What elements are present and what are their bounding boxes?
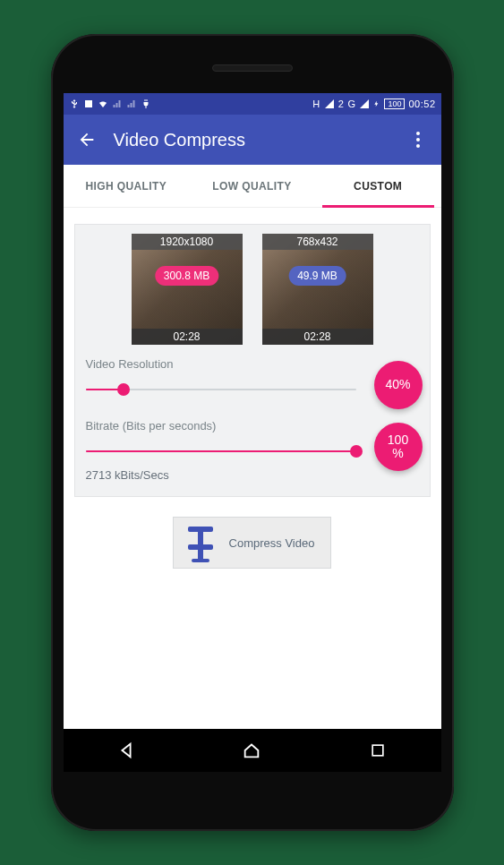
thumb-output: 768x432 49.9 MB 02:28 — [262, 234, 373, 345]
signal-2-icon — [126, 98, 137, 109]
resolution-label: Video Resolution — [86, 357, 356, 371]
svg-rect-5 — [372, 745, 383, 756]
usb-icon — [69, 98, 80, 109]
thumb-output-duration: 02:28 — [262, 329, 373, 345]
wifi-icon — [98, 98, 108, 109]
phone-frame: H 2 G 100 00:52 Video Compress HIGH QUAL… — [51, 34, 454, 831]
triangle-back-icon — [116, 741, 136, 760]
compress-video-button[interactable]: Compress Video — [173, 517, 332, 569]
tab-high-quality[interactable]: HIGH QUALITY — [64, 165, 190, 207]
svg-rect-1 — [188, 544, 213, 550]
settings-card: 1920x1080 300.8 MB 02:28 768x432 49.9 MB… — [74, 224, 431, 497]
screen: H 2 G 100 00:52 Video Compress HIGH QUAL… — [64, 93, 441, 772]
nav-recent-button[interactable] — [365, 738, 390, 763]
page-title: Video Compress — [114, 130, 391, 150]
nav-home-button[interactable] — [239, 738, 264, 763]
bitrate-percent-badge: 100 % — [374, 423, 423, 471]
sim-2-label: 2 — [338, 98, 345, 109]
content-area: 1920x1080 300.8 MB 02:28 768x432 49.9 MB… — [64, 208, 441, 585]
home-icon — [242, 741, 261, 760]
status-bar: H 2 G 100 00:52 — [64, 93, 441, 115]
clock: 00:52 — [408, 98, 435, 109]
svg-rect-2 — [198, 532, 203, 544]
bitrate-slider[interactable] — [86, 443, 356, 459]
signal-a-icon — [324, 98, 335, 109]
bitrate-label: Bitrate (Bits per seconds) — [86, 419, 356, 432]
compress-video-label: Compress Video — [229, 536, 315, 550]
bitrate-row: Bitrate (Bits per seconds) 2713 kBits/Se… — [86, 419, 419, 482]
resolution-row: Video Resolution 40% — [86, 357, 419, 398]
resolution-percent-badge: 40% — [374, 361, 423, 409]
navigation-bar — [64, 729, 441, 772]
thumb-output-resolution: 768x432 — [262, 234, 373, 250]
plug-icon — [141, 98, 151, 109]
slider-knob[interactable] — [117, 383, 130, 396]
app-bar: Video Compress — [64, 115, 441, 165]
sim-g-label: G — [347, 98, 355, 109]
thumb-output-size: 49.9 MB — [288, 266, 346, 286]
more-vert-icon — [416, 132, 420, 148]
thumb-original: 1920x1080 300.8 MB 02:28 — [132, 234, 243, 345]
overflow-menu-button[interactable] — [407, 129, 429, 150]
signal-1-icon — [112, 98, 123, 109]
slider-knob[interactable] — [350, 445, 363, 458]
nav-back-button[interactable] — [114, 738, 139, 763]
slider-fill — [86, 450, 356, 452]
svg-rect-4 — [192, 559, 209, 562]
thumb-original-resolution: 1920x1080 — [132, 234, 243, 250]
back-button[interactable] — [76, 129, 98, 150]
signal-b-icon — [359, 98, 370, 109]
thumbnail-row: 1920x1080 300.8 MB 02:28 768x432 49.9 MB… — [86, 234, 419, 345]
phone-speaker — [212, 64, 293, 72]
tabs: HIGH QUALITY LOW QUALITY CUSTOM — [64, 165, 441, 208]
bitrate-value: 2713 kBits/Secs — [86, 468, 356, 482]
arrow-back-icon — [77, 130, 97, 150]
resolution-slider[interactable] — [86, 381, 356, 398]
bolt-icon — [373, 98, 380, 109]
thumb-original-duration: 02:28 — [132, 329, 243, 345]
svg-rect-0 — [188, 527, 213, 532]
thumb-original-size: 300.8 MB — [155, 266, 218, 286]
battery-level: 100 — [384, 98, 405, 109]
tab-custom[interactable]: CUSTOM — [315, 165, 441, 207]
sim-h-label: H — [312, 98, 320, 109]
clamp-icon — [183, 523, 218, 562]
square-recent-icon — [369, 741, 387, 759]
image-icon — [83, 98, 94, 109]
tab-low-quality[interactable]: LOW QUALITY — [189, 165, 315, 207]
svg-rect-3 — [198, 550, 203, 559]
